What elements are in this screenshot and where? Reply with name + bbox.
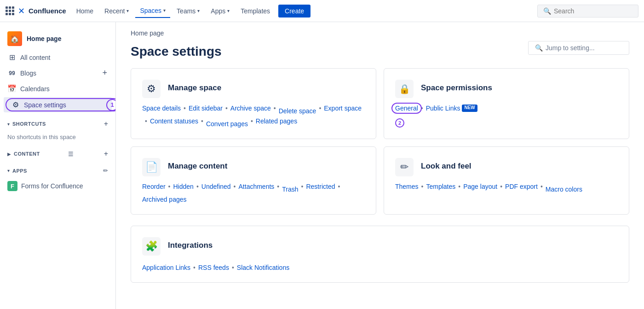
new-badge: NEW bbox=[462, 105, 477, 112]
chevron-down-icon: ▾ bbox=[163, 8, 166, 13]
space-permissions-title: Space permissions bbox=[421, 83, 492, 93]
jump-search-icon: 🔍 bbox=[535, 44, 543, 52]
nav-recent[interactable]: Recent ▾ bbox=[100, 5, 133, 17]
link-rss-feeds[interactable]: RSS feeds bbox=[198, 264, 229, 271]
sidebar-item-blogs[interactable]: 99 Blogs + bbox=[0, 65, 115, 81]
annotation-badge-2: 2 bbox=[395, 118, 404, 128]
integrations-links: Application Links • RSS feeds • Slack No… bbox=[142, 264, 618, 271]
jump-to-setting-search[interactable]: 🔍 Jump to setting... bbox=[528, 41, 629, 55]
link-application-links[interactable]: Application Links bbox=[142, 264, 190, 271]
home-page-label: Home page bbox=[27, 35, 61, 42]
link-content-statuses[interactable]: Content statuses bbox=[150, 117, 198, 128]
link-slack-notifications[interactable]: Slack Notifications bbox=[237, 264, 289, 271]
search-input[interactable] bbox=[554, 7, 632, 15]
look-and-feel-title: Look and feel bbox=[421, 162, 472, 171]
sidebar: 🏠 Home page ⊞ All content 99 Blogs + 📅 C… bbox=[0, 22, 116, 309]
sidebar-item-calendars[interactable]: 📅 Calendars bbox=[0, 81, 115, 96]
forms-icon: F bbox=[7, 181, 17, 191]
jump-search-placeholder: Jump to setting... bbox=[546, 44, 595, 52]
link-page-layout[interactable]: Page layout bbox=[463, 183, 497, 193]
card-look-and-feel-header: ✏ Look and feel bbox=[395, 158, 618, 176]
manage-space-links: Space details • Edit sidebar • Archive s… bbox=[142, 105, 365, 128]
link-hidden[interactable]: Hidden bbox=[173, 183, 194, 193]
link-themes[interactable]: Themes bbox=[395, 183, 419, 193]
link-space-details[interactable]: Space details bbox=[142, 105, 181, 115]
no-shortcuts-text: No shortcuts in this space bbox=[0, 132, 115, 144]
sidebar-section-shortcuts[interactable]: ▾ SHORTCUTS + bbox=[0, 116, 115, 132]
sidebar-item-space-settings[interactable]: ⚙ Space settings bbox=[4, 97, 112, 112]
link-trash[interactable]: Trash bbox=[282, 186, 298, 193]
page-title: Space settings bbox=[131, 37, 222, 59]
link-convert-pages[interactable]: Convert pages bbox=[206, 120, 248, 128]
chevron-down-icon: ▾ bbox=[227, 8, 230, 13]
settings-header: Space settings 🔍 Jump to setting... bbox=[116, 37, 644, 68]
link-edit-sidebar[interactable]: Edit sidebar bbox=[189, 105, 223, 115]
link-general[interactable]: General bbox=[395, 105, 418, 112]
manage-content-icon: 📄 bbox=[142, 158, 161, 176]
link-templates[interactable]: Templates bbox=[426, 183, 455, 193]
nav-home[interactable]: Home bbox=[72, 5, 98, 17]
shortcuts-chevron-icon: ▾ bbox=[7, 122, 10, 127]
link-related-pages[interactable]: Related pages bbox=[256, 117, 297, 128]
card-integrations: 🧩 Integrations Application Links • RSS f… bbox=[131, 226, 629, 283]
breadcrumb: Home page bbox=[116, 22, 644, 37]
content-add-button[interactable]: + bbox=[104, 150, 108, 158]
space-settings-icon: ⚙ bbox=[11, 100, 20, 109]
top-nav: ✕ Confluence Home Recent ▾ Spaces ▾ Team… bbox=[0, 0, 644, 22]
sidebar-section-content[interactable]: ▶ CONTENT ☰ + bbox=[0, 146, 115, 162]
card-space-permissions-header: 🔒 Space permissions bbox=[395, 80, 618, 98]
cards-grid: ⚙ Manage space Space details • Edit side… bbox=[116, 68, 644, 226]
link-public-links[interactable]: Public Links bbox=[426, 105, 460, 112]
link-reorder[interactable]: Reorder bbox=[142, 183, 166, 193]
logo[interactable]: ✕ Confluence bbox=[18, 6, 66, 16]
search-bar[interactable]: 🔍 bbox=[537, 5, 638, 17]
manage-content-links: Reorder • Hidden • Undefined • Attachmen… bbox=[142, 183, 365, 203]
all-content-icon: ⊞ bbox=[7, 53, 17, 62]
content-chevron-icon: ▶ bbox=[7, 152, 11, 157]
nav-templates[interactable]: Templates bbox=[236, 5, 275, 17]
link-archive-space[interactable]: Archive space bbox=[230, 105, 271, 115]
card-manage-content: 📄 Manage content Reorder • Hidden • Unde… bbox=[131, 146, 376, 215]
annotation-badge-1: 1 bbox=[106, 99, 116, 111]
link-delete-space[interactable]: Delete space bbox=[279, 107, 316, 115]
content-filter-icon[interactable]: ☰ bbox=[68, 151, 74, 157]
card-manage-content-header: 📄 Manage content bbox=[142, 158, 365, 176]
shortcuts-add-button[interactable]: + bbox=[104, 120, 108, 128]
blogs-icon: 99 bbox=[7, 70, 17, 76]
link-pdf-export[interactable]: PDF export bbox=[505, 183, 538, 193]
link-export-space[interactable]: Export space bbox=[324, 105, 362, 115]
link-undefined[interactable]: Undefined bbox=[201, 183, 231, 193]
chevron-down-icon: ▾ bbox=[197, 8, 200, 13]
calendars-icon: 📅 bbox=[7, 84, 17, 93]
link-restricted[interactable]: Restricted bbox=[306, 183, 335, 193]
main-layout: 🏠 Home page ⊞ All content 99 Blogs + 📅 C… bbox=[0, 22, 644, 309]
integrations-section: 🧩 Integrations Application Links • RSS f… bbox=[116, 226, 644, 294]
logo-text: Confluence bbox=[29, 7, 66, 15]
manage-content-title: Manage content bbox=[168, 162, 227, 171]
main-content: Home page Space settings 🔍 Jump to setti… bbox=[116, 22, 644, 309]
apps-chevron-icon: ▾ bbox=[7, 168, 10, 173]
sidebar-item-forms[interactable]: F Forms for Confluence bbox=[0, 178, 115, 194]
nav-apps[interactable]: Apps ▾ bbox=[206, 5, 234, 17]
blogs-add-button[interactable]: + bbox=[101, 68, 108, 78]
grid-icon[interactable] bbox=[6, 6, 14, 15]
link-archived-pages[interactable]: Archived pages bbox=[142, 196, 187, 203]
link-macro-colors[interactable]: Macro colors bbox=[546, 186, 582, 193]
apps-edit-icon[interactable]: ✏ bbox=[103, 167, 108, 174]
integrations-icon: 🧩 bbox=[142, 237, 161, 256]
sidebar-item-all-content[interactable]: ⊞ All content bbox=[0, 50, 115, 65]
integrations-title: Integrations bbox=[168, 241, 213, 250]
link-attachments[interactable]: Attachments bbox=[239, 183, 275, 193]
create-button[interactable]: Create bbox=[278, 5, 310, 17]
space-permissions-icon: 🔒 bbox=[395, 80, 414, 98]
sidebar-section-apps[interactable]: ▾ APPS ✏ bbox=[0, 163, 115, 178]
sidebar-home[interactable]: 🏠 Home page bbox=[0, 28, 115, 50]
look-and-feel-icon: ✏ bbox=[395, 158, 414, 176]
space-permissions-links: General • Public Links NEW 2 bbox=[395, 105, 618, 128]
chevron-down-icon: ▾ bbox=[126, 8, 129, 13]
home-page-icon: 🏠 bbox=[7, 31, 22, 46]
nav-teams[interactable]: Teams ▾ bbox=[172, 5, 204, 17]
manage-space-title: Manage space bbox=[168, 83, 221, 93]
nav-spaces[interactable]: Spaces ▾ bbox=[135, 4, 170, 18]
confluence-icon: ✕ bbox=[18, 6, 25, 16]
